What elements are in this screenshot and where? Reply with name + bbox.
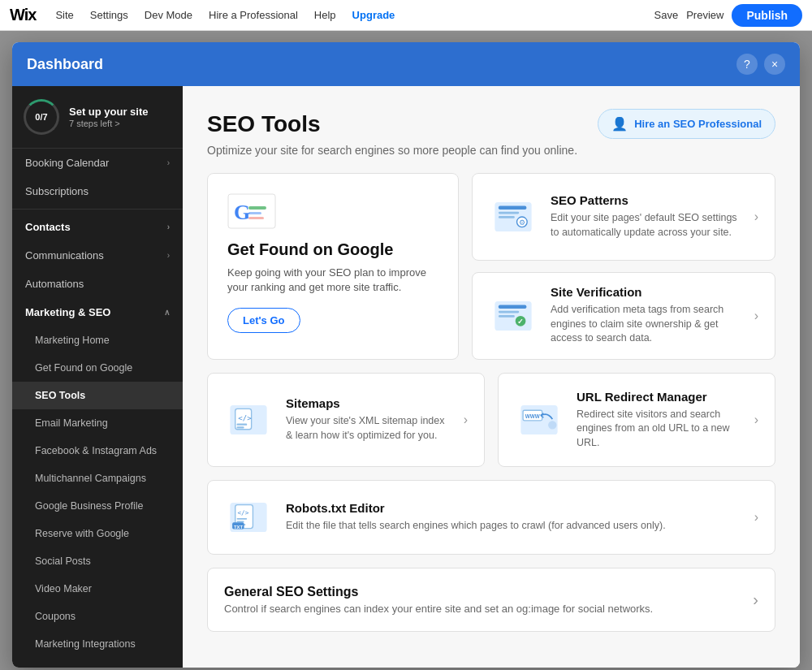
site-verification-text: Site Verification Add verification meta …	[551, 285, 741, 346]
site-verification-card[interactable]: ✓ Site Verification Add verification met…	[472, 272, 775, 360]
page-header-top: SEO Tools 👤 Hire an SEO Professional	[207, 109, 775, 139]
wix-logo: Wix	[10, 6, 36, 24]
seo-patterns-icon: ⚙	[489, 197, 538, 237]
chevron-right-icon: ›	[167, 158, 170, 167]
google-card-title: Get Found on Google	[227, 240, 438, 259]
sidebar-item-contacts[interactable]: Contacts ›	[12, 213, 183, 241]
save-button[interactable]: Save	[654, 9, 679, 21]
chevron-right-icon: ›	[754, 510, 758, 525]
modal-header-actions: ? ×	[736, 54, 785, 75]
sidebar-item-email-marketing[interactable]: Email Marketing	[12, 409, 183, 437]
nav-help[interactable]: Help	[314, 9, 336, 21]
nav-site[interactable]: Site	[55, 9, 73, 21]
sitemaps-card[interactable]: </> Sitemaps View your site's XML sitema…	[207, 373, 485, 468]
modal-body: 0/7 Set up your site 7 steps left > Book…	[12, 86, 800, 668]
person-icon: 👤	[611, 116, 628, 132]
svg-text:✓: ✓	[517, 318, 524, 326]
close-button[interactable]: ×	[764, 54, 785, 75]
url-redirect-card[interactable]: WWW URL Redirect Manager Redirect site v…	[498, 373, 775, 468]
svg-text:</>: </>	[238, 414, 252, 422]
sidebar-item-marketing-integrations[interactable]: Marketing Integrations	[12, 630, 183, 658]
svg-point-25	[549, 421, 556, 429]
sidebar-item-google-business[interactable]: Google Business Profile	[12, 492, 183, 520]
hire-pro-button[interactable]: 👤 Hire an SEO Professional	[598, 109, 775, 139]
sidebar: 0/7 Set up your site 7 steps left > Book…	[12, 86, 183, 668]
top-bar: Wix Site Settings Dev Mode Hire a Profes…	[0, 0, 812, 31]
nav-settings[interactable]: Settings	[90, 9, 128, 21]
chevron-right-icon: ›	[167, 251, 170, 260]
robots-card-row: </> TXT Robots.txt Editor Edit the file …	[207, 480, 775, 555]
chevron-right-icon: ›	[167, 223, 170, 231]
svg-rect-3	[248, 212, 261, 214]
sidebar-item-reserve-google[interactable]: Reserve with Google	[12, 520, 183, 547]
robots-icon: </> TXT	[224, 497, 273, 538]
sidebar-item-coupons[interactable]: Coupons	[12, 603, 183, 630]
sidebar-item-logo-maker[interactable]: Logo Maker	[12, 658, 183, 668]
svg-rect-7	[499, 212, 519, 214]
page-header: SEO Tools 👤 Hire an SEO Professional Opt…	[207, 109, 775, 157]
svg-text:</>: </>	[237, 509, 248, 517]
modal-overlay: Dashboard ? × 0/7 Set up your site 7 ste…	[0, 31, 812, 670]
chevron-right-icon: ›	[754, 413, 758, 427]
seo-patterns-text: SEO Patterns Edit your site pages' defau…	[551, 193, 741, 240]
seo-patterns-card[interactable]: ⚙ SEO Patterns Edit your site pages' def…	[472, 173, 775, 261]
sidebar-item-get-found[interactable]: Get Found on Google	[12, 354, 183, 382]
svg-text:WWW: WWW	[525, 413, 540, 419]
svg-rect-14	[499, 315, 515, 318]
svg-rect-12	[499, 305, 526, 309]
svg-rect-30	[237, 521, 244, 523]
sidebar-item-communications[interactable]: Communications ›	[12, 241, 183, 270]
nav-devmode[interactable]: Dev Mode	[145, 9, 192, 21]
general-seo-text: General SEO Settings Control if search e…	[224, 585, 653, 615]
chevron-up-icon: ∧	[164, 308, 170, 317]
publish-button[interactable]: Publish	[732, 4, 802, 27]
svg-rect-20	[237, 423, 248, 425]
page-subtitle: Optimize your site for search engines so…	[207, 144, 775, 157]
page-title: SEO Tools	[207, 111, 321, 137]
sidebar-item-automations[interactable]: Automations	[12, 270, 183, 298]
svg-rect-21	[237, 426, 244, 428]
svg-text:TXT: TXT	[234, 525, 244, 530]
progress-text: Set up your site 7 steps left >	[69, 106, 149, 129]
chevron-right-icon: ›	[753, 590, 758, 609]
lets-go-button[interactable]: Let's Go	[227, 308, 300, 333]
modal-header: Dashboard ? ×	[12, 42, 800, 86]
sidebar-item-marketing-home[interactable]: Marketing Home	[12, 326, 183, 354]
svg-rect-13	[499, 310, 519, 313]
dashboard-modal: Dashboard ? × 0/7 Set up your site 7 ste…	[12, 42, 800, 668]
robots-card[interactable]: </> TXT Robots.txt Editor Edit the file …	[207, 480, 775, 555]
sidebar-item-seo-tools[interactable]: SEO Tools	[12, 382, 183, 409]
nav-upgrade[interactable]: Upgrade	[352, 9, 395, 21]
sidebar-item-marketing-seo[interactable]: Marketing & SEO ∧	[12, 298, 183, 326]
hire-pro-label: Hire an SEO Professional	[634, 118, 762, 130]
svg-rect-29	[237, 518, 248, 520]
help-button[interactable]: ?	[736, 54, 758, 75]
sitemaps-text: Sitemaps View your site's XML sitemap in…	[286, 396, 451, 443]
progress-circle: 0/7	[24, 99, 59, 135]
url-redirect-text: URL Redirect Manager Redirect site visit…	[577, 390, 741, 451]
svg-rect-8	[499, 216, 515, 218]
sidebar-item-multichannel[interactable]: Multichannel Campaigns	[12, 465, 183, 492]
nav-hire[interactable]: Hire a Professional	[209, 9, 298, 21]
main-content: SEO Tools 👤 Hire an SEO Professional Opt…	[183, 86, 800, 668]
sidebar-progress[interactable]: 0/7 Set up your site 7 steps left >	[12, 86, 183, 149]
sidebar-item-fb-ads[interactable]: Facebook & Instagram Ads	[12, 437, 183, 465]
svg-rect-2	[248, 206, 266, 210]
svg-text:G: G	[234, 201, 250, 224]
preview-button[interactable]: Preview	[686, 9, 723, 21]
chevron-right-icon: ›	[754, 309, 758, 323]
sitemaps-icon: </>	[224, 400, 273, 440]
general-seo-section[interactable]: General SEO Settings Control if search e…	[207, 568, 775, 632]
site-verification-icon: ✓	[489, 296, 538, 336]
sidebar-item-subscriptions[interactable]: Subscriptions	[12, 177, 183, 205]
chevron-right-icon: ›	[754, 210, 758, 224]
sidebar-item-social-posts[interactable]: Social Posts	[12, 547, 183, 575]
google-logo: G	[227, 193, 438, 232]
top-cards-section: G Get Found on Google Keep going with yo…	[207, 173, 775, 360]
sidebar-item-video-maker[interactable]: Video Maker	[12, 575, 183, 603]
sidebar-item-booking[interactable]: Booking Calendar ›	[12, 149, 183, 177]
top-bar-actions: Save Preview Publish	[654, 4, 802, 27]
top-nav: Site Settings Dev Mode Hire a Profession…	[55, 9, 641, 21]
middle-cards-row: </> Sitemaps View your site's XML sitema…	[207, 373, 775, 468]
svg-text:⚙: ⚙	[519, 218, 525, 227]
